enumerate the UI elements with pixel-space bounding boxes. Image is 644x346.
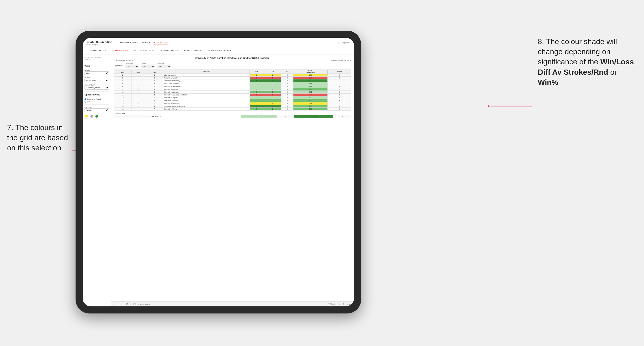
table-cell: 3 xyxy=(250,108,264,111)
region-filter-select[interactable]: (All) xyxy=(141,65,155,68)
toolbar-share[interactable]: Share xyxy=(347,303,351,305)
table-cell: University of Arkansas, Fayetteville xyxy=(163,94,250,96)
gender-select[interactable]: Men's xyxy=(84,71,109,75)
table-cell: 1 xyxy=(264,74,281,77)
table-cell: 5.56 xyxy=(294,99,328,102)
table-row: 4-1Arizona State University5102.28 xyxy=(114,79,351,82)
table-cell: 9 xyxy=(328,108,351,111)
opponent-view-title: Opponent View xyxy=(84,94,109,96)
nav-sign-out[interactable]: Sign out xyxy=(338,41,350,44)
toolbar-comment[interactable]: 💬 xyxy=(338,303,341,305)
toolbar-redo[interactable]: ↪ xyxy=(118,303,120,305)
tab-team-h2h-grid[interactable]: TEAM H2H GRID xyxy=(110,48,131,54)
division-label: Division xyxy=(84,77,109,78)
opponents-label: Opponents: xyxy=(114,65,123,66)
tab-team-summary[interactable]: TEAM SUMMARY xyxy=(87,48,110,54)
table-cell: - xyxy=(131,105,146,108)
toolbar-watch-label: Watch xyxy=(330,303,335,305)
tab-player-h2h-grid[interactable]: PLAYER H2H GRID xyxy=(182,48,206,54)
toolbar-view[interactable]: 👁 View: Original xyxy=(138,303,150,305)
table-cell: 4 xyxy=(146,105,163,108)
table-cell: - xyxy=(131,102,146,105)
table-cell: University of Arizona xyxy=(163,88,250,91)
table-cell: Florida State University xyxy=(163,82,250,85)
nav-committee[interactable]: COMMITTEE xyxy=(154,40,168,45)
data-table: #Rank #Reg #Conf Opponent Win Loss Tie D… xyxy=(114,70,351,111)
table-cell: 8 xyxy=(328,91,351,94)
table-cell: Vanderbilt University xyxy=(163,77,250,79)
table-row: 15-4Georgia Institute of Technology5004.… xyxy=(114,105,351,108)
table-cell: 0 xyxy=(264,82,281,85)
school-select[interactable]: 1. University of Nort... xyxy=(84,86,109,90)
table-cell: - xyxy=(131,82,146,85)
colour-by-select[interactable]: Win/loss xyxy=(84,108,109,112)
toolbar-add[interactable]: + xyxy=(130,303,131,305)
table-cell: Arizona State University xyxy=(163,79,250,82)
annotation-sep1: , xyxy=(634,57,636,66)
table-cell xyxy=(328,79,351,82)
table-cell: 16 xyxy=(114,108,132,111)
table-cell: University of Washington xyxy=(163,85,250,88)
table-cell: 11 xyxy=(114,94,132,96)
table-cell: 0 xyxy=(264,99,281,102)
radio-top100-input[interactable] xyxy=(84,101,86,103)
table-cell: - xyxy=(131,74,146,77)
legend-down: Down xyxy=(84,115,88,120)
toolbar-clock[interactable]: 🕐 xyxy=(133,303,136,305)
table-row: 8-2University of Washington1003.673 xyxy=(114,85,351,88)
table-cell: - xyxy=(131,108,146,111)
table-cell: 4 xyxy=(114,79,132,82)
tablet-screen: SCOREBOARD Powered by clippd TOURNAMENTS… xyxy=(82,38,354,306)
col-rounds: Rounds xyxy=(328,70,351,74)
table-row: 13-1Texas Tech University3005.569 xyxy=(114,99,351,102)
annotation-bold3: Win% xyxy=(538,78,558,86)
out-of-division-title: Out of division xyxy=(114,112,351,114)
toolbar-view-icon: 👁 xyxy=(138,303,139,305)
tab-player-summary[interactable]: PLAYER SUMMARY xyxy=(157,48,181,54)
annotation-arrow-right xyxy=(488,101,536,111)
opponent-filter: Opponent (All) xyxy=(157,63,171,68)
opponent-filter-select[interactable]: (All) xyxy=(157,65,171,68)
tab-player-h2h-heatmap[interactable]: PLAYER H2H HEATMAP xyxy=(205,48,234,54)
toolbar-crop[interactable]: ⊞ xyxy=(126,303,128,305)
toolbar-grid-icon[interactable]: ⊞ xyxy=(343,303,344,305)
division-select[interactable]: NCAA Division I xyxy=(84,79,109,82)
table-cell: 0 xyxy=(264,88,281,91)
table-cell: University of Alabama xyxy=(163,91,250,94)
table-row: 6-2Florida State University1001.8312 xyxy=(114,82,351,85)
radio-top100[interactable]: Top 100 xyxy=(84,101,109,103)
toolbar-back[interactable]: ⟵ xyxy=(121,303,124,305)
table-cell: 2 xyxy=(146,85,163,88)
col-tie: Tie xyxy=(281,70,294,74)
radio-group: Opponents Played Top 100 xyxy=(84,98,109,103)
right-content: University of North Carolina Head-to-Hea… xyxy=(111,54,354,306)
table-cell: 0 xyxy=(264,91,281,94)
annotation-left-number: 7. xyxy=(7,123,14,132)
out-of-division-table: NCAA Division II10026.003 xyxy=(114,115,351,118)
conference-filter: Conference (All) xyxy=(125,63,139,68)
table-cell: 9 xyxy=(328,74,351,77)
table-cell: 1 xyxy=(250,102,264,105)
nav-teams[interactable]: TEAMS xyxy=(142,40,150,45)
radio-opponents-played[interactable]: Opponents Played xyxy=(84,98,109,100)
tab-team-h2h-heatmap[interactable]: TEAM H2H HEATMAP xyxy=(131,48,157,54)
table-cell xyxy=(138,115,149,118)
legend-dot-up xyxy=(95,115,98,118)
conference-filter-select[interactable]: (All) xyxy=(125,65,139,68)
table-row: 2-1Auburn University2101.679 xyxy=(114,74,351,77)
legend-row: Down Level Up xyxy=(84,115,109,120)
toolbar-undo[interactable]: ↩ xyxy=(114,303,116,305)
panel-divider-2 xyxy=(84,91,109,92)
table-cell: 9 xyxy=(328,105,351,108)
nav-tournaments[interactable]: TOURNAMENTS xyxy=(120,40,138,45)
table-cell: Texas Tech University xyxy=(163,99,250,102)
table-cell: 8 xyxy=(114,85,132,88)
table-cell: 12 xyxy=(328,82,351,85)
radio-opponents-played-input[interactable] xyxy=(84,98,86,100)
toolbar-watch[interactable]: 👁 Watch ▾ xyxy=(328,303,336,305)
legend-dot-down xyxy=(85,115,88,118)
table-cell: 0 xyxy=(281,79,294,82)
table-cell: 3 xyxy=(250,99,264,102)
logo-area: SCOREBOARD Powered by clippd xyxy=(87,40,112,45)
table-cell: 0 xyxy=(264,85,281,88)
